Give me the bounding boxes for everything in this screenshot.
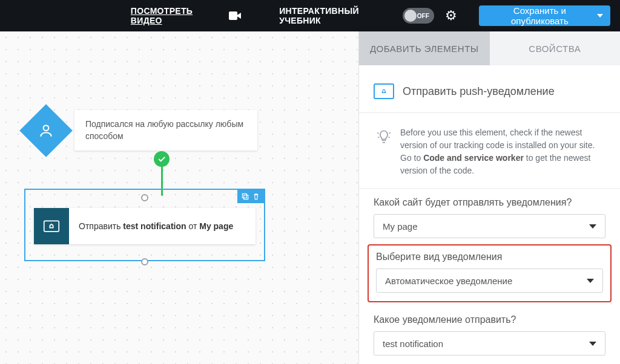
type-select[interactable]: Автоматическое уведомление <box>376 268 603 293</box>
camera-icon <box>229 11 241 20</box>
check-icon <box>154 151 170 167</box>
site-select-value: My page <box>383 221 418 232</box>
lightbulb-icon <box>376 129 392 177</box>
chevron-down-icon <box>589 342 596 346</box>
trigger-node[interactable]: Подписался на любую рассылку любым спосо… <box>27 110 257 151</box>
hint-text: Before you use this element, check if th… <box>400 126 603 177</box>
svg-rect-1 <box>244 195 248 200</box>
connector-dot-bottom[interactable] <box>141 258 148 265</box>
chevron-down-icon <box>587 279 594 283</box>
workflow-canvas[interactable]: Подписался на любую рассылку любым спосо… <box>0 31 358 364</box>
svg-rect-2 <box>242 193 246 198</box>
bell-box-icon <box>374 83 394 99</box>
notification-select-value: test notification <box>383 339 443 349</box>
trigger-text: Подписался на любую рассылку любым спосо… <box>85 119 243 141</box>
push-icon <box>34 208 69 244</box>
field-site-label: Какой сайт будет отправлять уведомления? <box>374 197 605 208</box>
site-select[interactable]: My page <box>374 214 605 238</box>
trash-icon[interactable] <box>252 192 260 201</box>
copy-icon[interactable] <box>241 192 249 201</box>
side-panel: ДОБАВИТЬ ЭЛЕМЕНТЫ СВОЙСТВА Отправить pus… <box>358 31 620 364</box>
svg-rect-3 <box>44 221 59 232</box>
type-select-value: Автоматическое уведомление <box>385 276 512 286</box>
field-site: Какой сайт будет отправлять уведомления?… <box>359 189 620 241</box>
toggle-state-label: OFF <box>417 13 429 19</box>
action-node[interactable]: Отправить test notification от My page <box>34 208 256 244</box>
field-type-label: Выберите вид уведомления <box>376 252 603 262</box>
tutorial-label: ИНТЕРАКТИВНЫЙ УЧЕБНИК <box>279 6 392 25</box>
action-text: Отправить test notification от My page <box>69 221 243 231</box>
notification-select[interactable]: test notification <box>374 331 605 356</box>
selected-node-frame[interactable]: Отправить test notification от My page <box>24 189 265 261</box>
svg-point-0 <box>44 125 49 131</box>
field-which-label: Какое уведомление отправить? <box>374 314 605 325</box>
field-which-notification: Какое уведомление отправить? test notifi… <box>359 306 620 358</box>
connector-dot-top[interactable] <box>141 194 148 201</box>
tab-add-elements[interactable]: ДОБАВИТЬ ЭЛЕМЕНТЫ <box>359 31 490 65</box>
field-notification-type: Выберите вид уведомления Автоматическое … <box>368 244 612 302</box>
trigger-card[interactable]: Подписался на любую рассылку любым спосо… <box>74 110 257 151</box>
chevron-down-icon <box>589 224 596 229</box>
tutorial-toggle[interactable]: OFF <box>403 8 434 24</box>
panel-title: Отправить push-уведомление <box>403 85 555 98</box>
tab-properties[interactable]: СВОЙСТВА <box>490 31 621 65</box>
watch-video-link[interactable]: ПОСМОТРЕТЬ ВИДЕО <box>131 6 218 25</box>
save-publish-button[interactable]: Сохранить и опубликовать <box>479 5 610 26</box>
user-icon <box>19 104 73 157</box>
node-toolbar <box>237 190 264 203</box>
gear-icon[interactable]: ⚙ <box>445 8 457 24</box>
